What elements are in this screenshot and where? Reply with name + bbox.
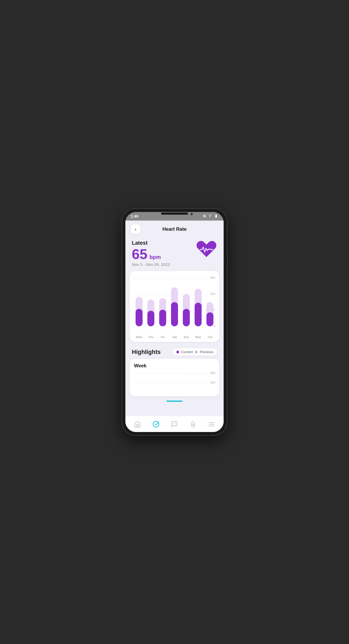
x-label-tue: Tue bbox=[205, 335, 215, 339]
highlights-header: Highlights Current Previous bbox=[125, 346, 224, 359]
notch bbox=[161, 213, 188, 215]
status-bar: 1:49 bbox=[125, 212, 224, 221]
nav-activity[interactable] bbox=[150, 420, 162, 429]
highlights-title: Highlights bbox=[132, 349, 161, 356]
week-title: Week bbox=[134, 363, 215, 369]
chart-y-200: 200 bbox=[210, 276, 215, 279]
x-label-wed: Wed bbox=[134, 335, 144, 339]
bottom-nav bbox=[125, 416, 224, 432]
main-content: ‹ Heart Rate Latest 65 bpm Nov 3 - Nov 0… bbox=[125, 221, 224, 432]
bar-fri bbox=[158, 278, 168, 326]
bar-sat bbox=[169, 278, 180, 326]
phone-shell: 1:49 ‹ Heart Rate bbox=[122, 209, 227, 435]
volume-up-button bbox=[121, 244, 122, 252]
battery-icon bbox=[214, 214, 218, 219]
chart-y-0: 0 bbox=[213, 324, 215, 328]
heart-rate-icon bbox=[196, 238, 217, 259]
current-dot-icon bbox=[176, 351, 179, 353]
stats-section: Latest 65 bpm Nov 3 - Nov 09, 2022 bbox=[125, 238, 224, 271]
bar-sun bbox=[181, 278, 191, 326]
scroll-indicator bbox=[166, 401, 183, 402]
page-title: Heart Rate bbox=[140, 226, 209, 232]
bar-wed bbox=[134, 278, 144, 326]
bar-mon bbox=[193, 278, 203, 326]
camera-button bbox=[121, 273, 122, 287]
previous-dot-icon bbox=[195, 351, 198, 353]
camera-dot bbox=[191, 213, 193, 215]
phone-screen: 1:49 ‹ Heart Rate bbox=[125, 212, 224, 432]
previous-legend-label: Previous bbox=[200, 350, 213, 354]
week-y-133: 133 bbox=[210, 381, 215, 384]
nav-menu[interactable] bbox=[206, 420, 217, 429]
legend-pill: Current Previous bbox=[173, 348, 217, 356]
bar-chart-card: 200 133 67 0 bbox=[130, 271, 219, 342]
bar-thu bbox=[146, 278, 156, 326]
current-legend-label: Current bbox=[181, 350, 193, 354]
nav-chat[interactable] bbox=[169, 420, 180, 429]
wifi-icon bbox=[208, 214, 212, 219]
week-y-200: 200 bbox=[210, 371, 215, 375]
nav-wellness[interactable] bbox=[187, 420, 199, 429]
volume-down-button bbox=[121, 256, 122, 269]
bar-tue bbox=[205, 278, 215, 326]
power-button bbox=[227, 252, 228, 265]
x-label-fri: Fri bbox=[158, 335, 168, 339]
chart-y-133: 133 bbox=[210, 292, 215, 295]
bpm-value: 65 bbox=[132, 247, 147, 261]
x-label-sat: Sat bbox=[169, 335, 180, 339]
x-label-thu: Thu bbox=[146, 335, 156, 339]
nav-home[interactable] bbox=[132, 420, 143, 429]
status-time: 1:49 bbox=[131, 214, 138, 218]
x-label-sun: Sun bbox=[181, 335, 191, 339]
status-icons bbox=[203, 214, 218, 219]
back-chevron-icon: ‹ bbox=[135, 226, 136, 232]
x-label-mon: Mon bbox=[193, 335, 203, 339]
week-card: Week 200 133 bbox=[130, 359, 219, 396]
mute-icon bbox=[203, 214, 206, 219]
date-range: Nov 3 - Nov 09, 2022 bbox=[132, 262, 217, 267]
svg-point-0 bbox=[153, 421, 159, 427]
header: ‹ Heart Rate bbox=[125, 221, 224, 238]
back-button[interactable]: ‹ bbox=[131, 224, 140, 234]
bpm-unit: bpm bbox=[150, 254, 161, 260]
